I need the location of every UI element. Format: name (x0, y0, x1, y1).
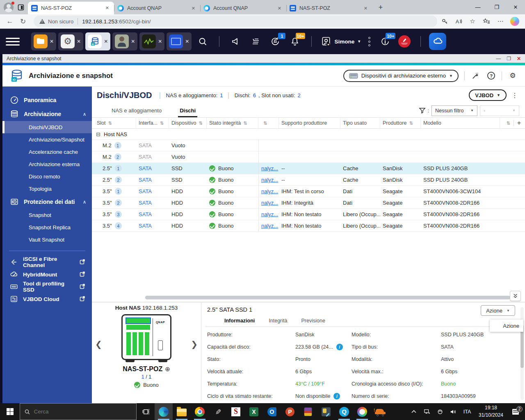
table-row-m-2-1[interactable]: M.21SATAVuoto (92, 140, 525, 151)
cell-interface[interactable]: SATA (136, 174, 169, 185)
tab-close-icon[interactable]: ✕ (104, 5, 111, 11)
app-tab-file-station[interactable]: ✕ (31, 32, 56, 50)
info-icon[interactable]: i (336, 344, 343, 350)
tab-informazioni[interactable]: Informazioni (224, 318, 255, 324)
app-tab-resource-monitor[interactable]: ✕ (139, 32, 164, 50)
table-row-3-5-4[interactable]: 3.5"4SATAHDDBuononalyz...IHM: Non testat… (92, 220, 525, 232)
browser-tab-account-qnap[interactable]: Account QNAP✕ (200, 2, 286, 14)
search-input[interactable] (34, 409, 132, 415)
taskbar-file-explorer[interactable] (173, 403, 191, 420)
table-row-2-5-1[interactable]: 2.5"1SATASSDBuononalyz...--CacheSanDiskS… (92, 163, 525, 174)
close-app-icon[interactable]: ✕ (77, 39, 81, 44)
cell-test[interactable]: nalyz... (258, 186, 279, 197)
sidebar-item-disco-remoto[interactable]: Disco remoto (2, 170, 92, 183)
read-aloud-icon[interactable]: A (454, 17, 463, 25)
new-tab-button[interactable]: + (375, 2, 386, 13)
copilot-icon[interactable] (510, 17, 519, 26)
taskbar-paint[interactable] (353, 403, 371, 420)
sidebar-item-snapshot-replica[interactable]: Snapshot Replica (2, 221, 92, 233)
cell-interface[interactable]: SATA (136, 186, 169, 197)
browser-tab-nas-st-poz[interactable]: NAS-ST-POZ✕ (286, 2, 372, 14)
analyze-link[interactable]: nalyz... (261, 165, 278, 171)
tab-actions-menu-icon[interactable] (16, 2, 26, 13)
tray-headset-icon[interactable] (434, 409, 446, 415)
azione-menu-item[interactable]: Azione (490, 320, 523, 332)
app-tab-log-center[interactable]: ✕ (167, 32, 192, 50)
close-app-icon[interactable]: ✕ (131, 39, 135, 44)
favorite-star-icon[interactable]: ☆ (468, 17, 477, 25)
tab-dischi[interactable]: Dischi (180, 104, 196, 117)
taskbar-sumatra[interactable]: S (227, 403, 245, 420)
sidebar-section-protezione-dei-dati[interactable]: Protezione dei dati∧ (2, 195, 92, 209)
password-key-icon[interactable] (441, 17, 449, 25)
taskbar-chrome[interactable] (191, 403, 209, 420)
table-row-3-5-1[interactable]: 3.5"1SATAHDDBuononalyz...IHM: Test in co… (92, 186, 525, 197)
sidebar-item-topologia[interactable]: Topologia (2, 183, 92, 195)
app-tab-control-panel[interactable]: ⚙✕ (58, 32, 83, 50)
taskbar-winrar[interactable] (299, 403, 317, 420)
nas-bay-ssd1-selected[interactable] (126, 318, 150, 323)
cell-test[interactable]: nalyz... (258, 209, 279, 220)
nas-bay-hdd1[interactable] (126, 332, 131, 355)
browser-restore-button[interactable]: ❐ (487, 0, 506, 14)
window-close-icon[interactable]: ✕ (517, 56, 521, 62)
window-title-bar[interactable]: Archiviazione e snapshot — ❐ ✕ (2, 54, 525, 63)
main-menu-icon[interactable] (6, 38, 20, 46)
table-row-2-5-2[interactable]: 2.5"2SATASSDBuononalyz...--CacheSanDiskS… (92, 174, 525, 186)
task-view-button[interactable] (137, 403, 155, 420)
sort-icon[interactable]: ⇅ (160, 121, 164, 126)
vjbod-button[interactable]: VJBOD▼ (469, 89, 507, 101)
group-row-host-nas[interactable]: ⊟ Host NAS (92, 129, 525, 140)
column-header-modello[interactable]: Modello (421, 118, 500, 128)
cell-interface[interactable]: SATA (136, 163, 169, 174)
sidebar-item-snapshot[interactable]: Snapshot (2, 209, 92, 221)
search-icon[interactable] (196, 34, 210, 48)
taskbar-pen-app[interactable]: ✎ (209, 403, 227, 420)
tab-close-icon[interactable]: ✕ (276, 5, 283, 12)
zoom-in-icon[interactable]: ⊕ (165, 365, 170, 373)
nas-bay-ssd2[interactable] (126, 325, 150, 330)
announcement-icon[interactable] (229, 34, 243, 48)
tab-close-icon[interactable]: ✕ (190, 5, 197, 12)
sort-icon[interactable]: ⇅ (199, 121, 202, 126)
close-app-icon[interactable]: ✕ (185, 39, 189, 44)
taskbar-edge[interactable] (155, 403, 173, 420)
close-app-icon[interactable]: ✕ (104, 39, 108, 44)
external-storage-devices-button[interactable]: Dispositivi di archiviazione esterno ▼ (343, 70, 459, 82)
close-app-icon[interactable]: ✕ (50, 39, 54, 44)
browser-minimize-button[interactable]: — (468, 0, 487, 14)
sidebar-link-iscsi-e-fibre-channel[interactable]: iSCSI e Fibre Channel (2, 256, 92, 268)
filter-select[interactable]: Nessun filtro▼ (431, 105, 477, 116)
sidebar-item-archiviazione-esterna[interactable]: Archiviazione esterna (2, 158, 92, 170)
cell-test[interactable]: nalyz... (258, 163, 279, 174)
action-center-button[interactable]: 2 (508, 409, 523, 415)
analyze-link[interactable]: nalyz... (261, 177, 278, 183)
sidebar-link-tool-di-profiling-ssd[interactable]: SSDTool di profiling SSD (2, 281, 92, 293)
sidebar-item-dischi-vjbod[interactable]: Dischi/VJBOD (2, 121, 92, 133)
cell-interface[interactable]: SATA (136, 220, 169, 231)
table-row-3-5-2[interactable]: 3.5"2SATAHDDBuononalyz...IHM: IntegritàD… (92, 197, 525, 209)
add-column-icon[interactable]: + (517, 119, 521, 127)
help-icon[interactable]: ? (486, 71, 496, 81)
analyze-link[interactable]: nalyz... (261, 200, 278, 206)
more-actions-dots-icon[interactable]: ⋮ (511, 91, 518, 99)
azione-button[interactable]: Azione▼ (481, 305, 515, 316)
url-field[interactable]: Non sicuro 192.168.1.253 :6502/cgi-bin/ (34, 16, 437, 27)
browser-tab-account-qnap[interactable]: Account QNAP✕ (114, 2, 200, 14)
column-header-produttore[interactable]: Produttore⇅ (380, 118, 421, 128)
window-minimize-icon[interactable]: — (496, 56, 501, 62)
start-button[interactable] (0, 403, 20, 420)
browser-close-button[interactable]: ✕ (506, 0, 525, 14)
tray-network-icon[interactable] (421, 409, 433, 415)
column-header-stato-integrit[interactable]: Stato integrità⇅ (207, 118, 258, 128)
analyze-link[interactable]: nalyz... (261, 211, 278, 217)
nas-illustration[interactable]: QNAP (121, 314, 171, 360)
cell-interface[interactable]: SATA (136, 197, 169, 208)
tab-previsione[interactable]: Previsione (301, 318, 325, 324)
cell-test[interactable]: nalyz... (258, 197, 279, 208)
browser-profile-button[interactable] (2, 1, 16, 14)
user-menu[interactable]: ★ Simone ▼ (321, 36, 361, 47)
sidebar-link-vjbod-cloud[interactable]: VJBOD Cloud (2, 293, 92, 305)
smart-wizard-icon[interactable] (470, 71, 480, 81)
window-restore-icon[interactable]: ❐ (507, 56, 511, 62)
